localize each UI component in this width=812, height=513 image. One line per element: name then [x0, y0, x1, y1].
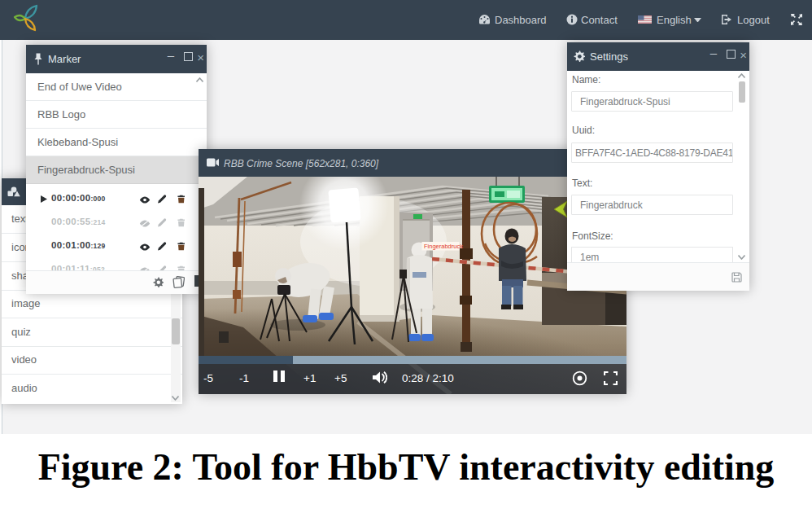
svg-text:Fingerabdruck: Fingerabdruck [424, 243, 463, 250]
